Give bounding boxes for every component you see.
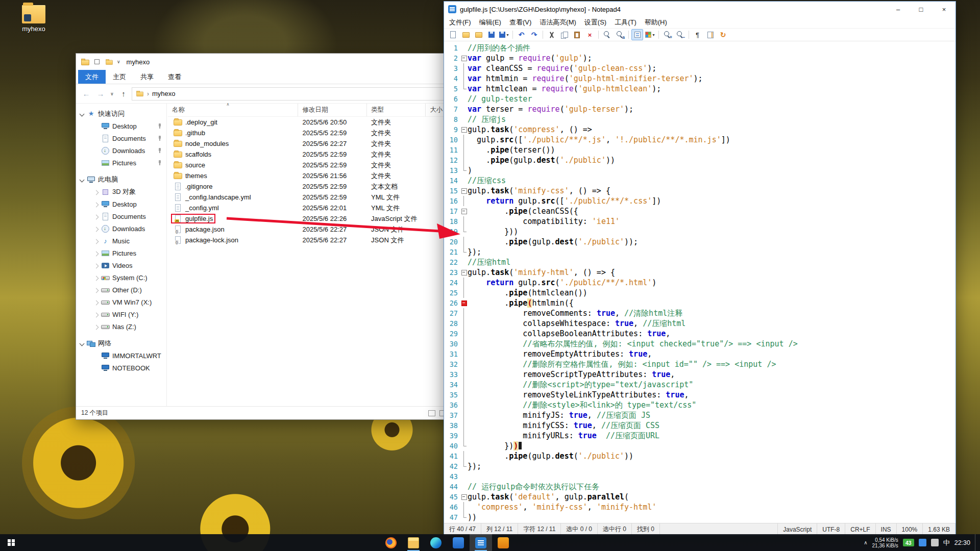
chevron-right-icon[interactable] [93, 202, 99, 207]
code-line-37[interactable]: 37 minifyJS: true, //压缩页面 JS [444, 410, 955, 420]
chevron-right-icon[interactable] [93, 288, 99, 292]
open-file-button[interactable] [460, 29, 472, 40]
forward-button[interactable]: → [94, 89, 107, 98]
sidebar-item-此电脑[interactable]: 此电脑 [76, 173, 166, 186]
menu-3[interactable]: 语法高亮(M) [535, 17, 580, 28]
fold-marker-icon[interactable] [460, 206, 468, 216]
app-orange-taskbar-button[interactable] [492, 534, 514, 551]
sidebar-item-Desktop[interactable]: Desktop [76, 198, 166, 210]
sidebar-item-快速访问[interactable]: 快速访问 [76, 108, 166, 120]
code-line-35[interactable]: 35 removeStyleLinkTypeAttributes: true, [444, 390, 955, 400]
qat-new-folder-button[interactable] [105, 57, 114, 66]
code-line-1[interactable]: 1//用到的各个插件 [444, 43, 955, 53]
code-line-38[interactable]: 38 minifyCSS: true, //压缩页面 CSS [444, 420, 955, 431]
code-line-16[interactable]: 16 return gulp.src(['./public/**/*.css']… [444, 196, 955, 206]
sidebar-item-Documents[interactable]: Documents [76, 210, 166, 222]
chevron-right-icon[interactable] [93, 312, 99, 317]
code-line-27[interactable]: 27 removeComments: true, //清除html注释 [444, 308, 955, 318]
menu-2[interactable]: 查看(V) [505, 17, 535, 28]
fold-marker-icon[interactable] [460, 53, 468, 63]
code-line-33[interactable]: 33 removeScriptTypeAttributes: true, [444, 369, 955, 380]
code-line-14[interactable]: 14//压缩css [444, 176, 955, 186]
notepad4-taskbar-button[interactable] [470, 534, 492, 551]
tray-app-icon[interactable] [919, 539, 926, 546]
column-header-1[interactable]: 修改日期 [298, 104, 367, 116]
file-row-source[interactable]: source2025/5/5 22:59文件夹 [168, 160, 455, 170]
status-cell-left-3[interactable]: 选中 0 / 0 [561, 523, 598, 535]
file-row-.deploy_git[interactable]: .deploy_git2025/5/6 20:50文件夹 [168, 117, 455, 128]
code-line-26[interactable]: 26 .pipe(htmlmin({ [444, 298, 955, 308]
maximize-button[interactable]: □ [910, 2, 933, 17]
qat-customize-chevron-icon[interactable]: ∨ [117, 59, 120, 64]
file-row-_config.yml[interactable]: _config.yml2025/5/6 22:01YML 文件 [168, 203, 455, 213]
code-line-30[interactable]: 30 //省略布尔属性的值, 例如: <input checked="true"… [444, 339, 955, 349]
status-cell-left-4[interactable]: 选中行 0 [598, 523, 632, 535]
file-row-.gitignore[interactable]: .gitignore2025/5/5 22:59文本文档 [168, 181, 455, 192]
word-wrap-button[interactable]: ¶ [692, 29, 703, 40]
sidebar-item-Nas (Z:)[interactable]: Nas (Z:) [76, 320, 166, 333]
code-line-6[interactable]: 6// gulp-tester [444, 94, 955, 104]
hidden-icons-chevron[interactable]: ∧ [864, 540, 867, 545]
code-line-40[interactable]: 40 })) [444, 441, 955, 451]
code-line-21[interactable]: 21}); [444, 247, 955, 257]
delete-button[interactable]: × [584, 29, 596, 40]
file-row-package-lock.json[interactable]: package-lock.json2025/5/6 22:27JSON 文件 [168, 235, 455, 245]
sidebar-item-WIFI (Y:)[interactable]: WIFI (Y:) [76, 308, 166, 320]
sidebar-item-网络[interactable]: 网络 [76, 337, 166, 349]
code-line-10[interactable]: 10 gulp.src(['./public/**/*.js', '!./pub… [444, 135, 955, 145]
start-button[interactable] [0, 534, 22, 551]
sidebar-item-Downloads[interactable]: Downloads [76, 144, 166, 157]
ribbon-tab-1[interactable]: 主页 [106, 70, 133, 84]
cut-button[interactable] [546, 29, 557, 40]
file-row-gulpfile.js[interactable]: gulpfile.js2025/5/6 22:26JavaScript 文件 [168, 213, 455, 224]
status-cell-left-0[interactable]: 行 40 / 47 [444, 523, 481, 535]
ime-indicator[interactable]: 中 [943, 538, 950, 547]
code-line-24[interactable]: 24 return gulp.src('./public/**/*.html') [444, 278, 955, 288]
sidebar-item-Documents[interactable]: Documents [76, 132, 166, 144]
up-button[interactable]: ↑ [117, 89, 130, 98]
firefox-taskbar-button[interactable] [380, 534, 402, 551]
sidebar-item-3D 对象[interactable]: 3D 对象 [76, 186, 166, 198]
code-line-7[interactable]: 7var terser = require('gulp-terser'); [444, 104, 955, 114]
code-line-19[interactable]: 19 })) [444, 227, 955, 237]
code-line-3[interactable]: 3var cleanCSS = require('gulp-clean-css'… [444, 63, 955, 73]
desktop-icon-myhexo[interactable]: myhexo [9, 5, 58, 33]
sidebar-item-System (C:)[interactable]: System (C:) [76, 271, 166, 284]
code-line-41[interactable]: 41 .pipe(gulp.dest('./public')) [444, 451, 955, 461]
code-line-9[interactable]: 9gulp.task('compress', () => [444, 124, 955, 135]
code-line-8[interactable]: 8// 压缩js [444, 114, 955, 124]
status-cell-right-4[interactable]: 100% [897, 523, 923, 535]
sidebar-item-Pictures[interactable]: Pictures [76, 157, 166, 169]
code-line-42[interactable]: 42}); [444, 461, 955, 471]
chevron-right-icon[interactable] [93, 251, 99, 256]
new-file-button[interactable] [447, 29, 459, 40]
fold-marker-icon[interactable] [460, 186, 468, 196]
ribbon-tab-0[interactable]: 文件 [78, 70, 106, 84]
code-line-4[interactable]: 4var htmlmin = require('gulp-html-minifi… [444, 73, 955, 84]
code-line-12[interactable]: 12 .pipe(gulp.dest('./public')) [444, 155, 955, 165]
chevron-down-icon[interactable] [79, 178, 84, 182]
redo-button[interactable]: ↷ [528, 29, 540, 40]
app-blue-taskbar-button[interactable] [447, 534, 470, 551]
chevron-right-icon[interactable] [93, 300, 99, 305]
battery-indicator[interactable]: 43 [903, 539, 914, 546]
menu-0[interactable]: 文件(F) [445, 17, 475, 28]
long-line-marker-button[interactable] [704, 29, 716, 40]
status-cell-right-2[interactable]: CR+LF [845, 523, 875, 535]
code-line-22[interactable]: 22//压缩html [444, 257, 955, 267]
menu-4[interactable]: 设置(S) [580, 17, 610, 28]
code-line-29[interactable]: 29 collapseBooleanAttributes: true, [444, 329, 955, 339]
code-line-47[interactable]: 47)) [444, 512, 955, 522]
chevron-right-icon[interactable] [93, 214, 99, 219]
status-cell-left-1[interactable]: 列 12 / 11 [481, 523, 518, 535]
undo-button[interactable]: ↶ [516, 29, 527, 40]
match-highlight-button[interactable] [631, 29, 643, 40]
chevron-down-icon[interactable] [79, 342, 84, 345]
code-line-15[interactable]: 15gulp.task('minify-css', () => { [444, 186, 955, 196]
save-options-button[interactable]: ▾ [498, 29, 510, 40]
fold-marker-icon[interactable] [460, 267, 468, 278]
code-line-43[interactable]: 43 [444, 471, 955, 482]
close-button[interactable]: × [933, 2, 955, 17]
syntax-scheme-button[interactable]: ▾ [644, 29, 656, 40]
code-line-31[interactable]: 31 removeEmptyAttributes: true, [444, 349, 955, 359]
